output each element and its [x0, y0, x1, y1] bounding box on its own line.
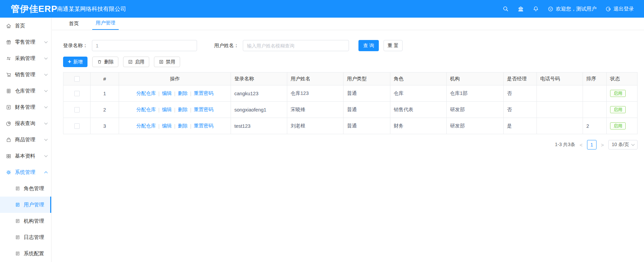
assign-warehouse-link[interactable]: 分配仓库 [136, 90, 156, 97]
user-name-input[interactable] [243, 40, 349, 51]
reset-button[interactable]: 重 置 [384, 40, 403, 51]
delete-button[interactable]: 删除 [92, 57, 118, 67]
row-checkbox[interactable] [74, 107, 80, 113]
disable-button[interactable]: 禁用 [154, 57, 180, 67]
add-button[interactable]: + 新增 [63, 57, 87, 67]
col-type: 用户类型 [344, 73, 390, 85]
chevron-up-icon [44, 171, 48, 175]
status-badge: 启用 [610, 90, 626, 97]
chevron-down-icon [44, 56, 48, 60]
login-name-label: 登录名称： [63, 42, 88, 49]
assign-warehouse-link[interactable]: 分配仓库 [136, 123, 156, 129]
sidebar-subitem-org[interactable]: 机构管理 [0, 213, 51, 229]
sidebar-item-basedata[interactable]: 基本资料 [0, 148, 51, 164]
header-actions: 欢迎您，测试用户 退出登录 [503, 6, 644, 12]
select-all-checkbox[interactable] [74, 76, 80, 82]
edit-link[interactable]: 编辑 [162, 106, 172, 113]
sidebar-item-purchase[interactable]: 采购管理 [0, 50, 51, 66]
cell-org: 研发部 [447, 118, 504, 134]
reset-password-link[interactable]: 重置密码 [194, 106, 213, 113]
cell-manager: 是 [504, 118, 537, 134]
cell-type: 普通 [344, 102, 390, 118]
logout-button[interactable]: 退出登录 [605, 6, 634, 12]
delete-link[interactable]: 删除 [178, 123, 188, 129]
gift-icon [6, 39, 12, 45]
sidebar-subitem-config[interactable]: 系统配置 [0, 245, 51, 262]
sidebar-item-system[interactable]: 系统管理 [0, 164, 51, 180]
reset-password-link[interactable]: 重置密码 [194, 90, 213, 97]
col-index: # [91, 73, 119, 85]
edit-link[interactable]: 编辑 [162, 90, 172, 97]
row-checkbox[interactable] [74, 91, 80, 96]
cell-org: 研发部 [447, 102, 504, 118]
status-badge: 启用 [610, 122, 626, 129]
chevron-down-icon [44, 40, 48, 43]
table-row: 3 分配仓库|编辑|删除|重置密码 test123 刘老根 普通 财务 研发部 … [63, 118, 637, 134]
assign-warehouse-link[interactable]: 分配仓库 [136, 106, 156, 113]
cell-name: 刘老根 [287, 118, 344, 134]
reset-password-link[interactable]: 重置密码 [194, 123, 213, 129]
login-name-input[interactable] [92, 40, 197, 51]
sidebar-subitem-label: 角色管理 [24, 185, 44, 192]
sidebar-subitem-log[interactable]: 日志管理 [0, 229, 51, 245]
cell-login: cangku123 [231, 85, 287, 102]
search-icon[interactable] [503, 6, 509, 12]
col-phone: 电话号码 [537, 73, 583, 85]
page-number[interactable]: 1 [587, 140, 597, 149]
trash-icon [97, 59, 102, 64]
cell-index: 1 [91, 85, 119, 102]
cell-status: 启用 [607, 118, 637, 134]
sidebar-item-finance[interactable]: 财务管理 [0, 99, 51, 115]
sidebar-item-label: 零售管理 [15, 39, 35, 45]
sidebar-subitem-role[interactable]: 角色管理 [0, 180, 51, 197]
col-actions: 操作 [119, 73, 231, 85]
sidebar-subitem-label: 机构管理 [24, 218, 44, 224]
enable-button[interactable]: 启用 [123, 57, 149, 67]
cell-role: 销售代表 [390, 102, 447, 118]
welcome-text: 欢迎您，测试用户 [556, 6, 597, 12]
gear-icon [6, 169, 12, 175]
page-size-select[interactable]: 10 条/页 [608, 140, 638, 149]
delete-link[interactable]: 删除 [178, 90, 188, 97]
row-checkbox[interactable] [74, 123, 80, 129]
sidebar-item-label: 报表查询 [15, 120, 35, 127]
tab-user-management[interactable]: 用户管理 [92, 20, 119, 30]
cell-phone [537, 118, 583, 134]
x-square-icon [159, 59, 164, 64]
bell-icon[interactable] [533, 6, 539, 12]
main-content: 首页 用户管理 登录名称： 用户姓名： 查 询 重 置 + 新增 删除 启用 [52, 18, 644, 262]
sidebar-item-retail[interactable]: 零售管理 [0, 34, 51, 50]
col-status: 状态 [607, 73, 637, 85]
logout-label: 退出登录 [613, 6, 634, 12]
cell-manager: 否 [504, 102, 537, 118]
cell-name: 宋晓锋 [287, 102, 344, 118]
cell-sort [583, 102, 607, 118]
sidebar-item-goods[interactable]: 商品管理 [0, 132, 51, 148]
sidebar-item-label: 系统管理 [15, 169, 35, 176]
tab-home[interactable]: 首页 [65, 20, 82, 30]
cell-org: 仓库1部 [447, 85, 504, 102]
next-page-icon[interactable]: > [600, 142, 605, 148]
prev-page-icon[interactable]: < [579, 142, 584, 148]
col-role: 角色 [390, 73, 447, 85]
table-row: 2 分配仓库|编辑|删除|重置密码 songxiaofeng1 宋晓锋 普通 销… [63, 102, 637, 118]
sidebar-item-label: 财务管理 [15, 104, 35, 110]
bank-icon[interactable] [518, 6, 524, 12]
sidebar-item-home[interactable]: 首页 [0, 18, 51, 34]
document-icon [15, 202, 20, 207]
sidebar-item-report[interactable]: 报表查询 [0, 115, 51, 132]
delete-link[interactable]: 删除 [178, 106, 188, 113]
cell-type: 普通 [344, 85, 390, 102]
user-menu[interactable]: 欢迎您，测试用户 [548, 6, 597, 12]
cell-status: 启用 [607, 85, 637, 102]
user-dropdown-icon [548, 6, 553, 12]
cell-index: 3 [91, 118, 119, 134]
document-icon [15, 235, 20, 240]
sidebar-item-sales[interactable]: 销售管理 [0, 66, 51, 83]
col-manager: 是否经理 [504, 73, 537, 85]
sidebar-item-label: 商品管理 [15, 137, 35, 143]
sidebar-subitem-user[interactable]: 用户管理 [0, 197, 51, 213]
sidebar-item-warehouse[interactable]: 仓库管理 [0, 83, 51, 99]
edit-link[interactable]: 编辑 [162, 123, 172, 129]
query-button[interactable]: 查 询 [358, 40, 379, 51]
